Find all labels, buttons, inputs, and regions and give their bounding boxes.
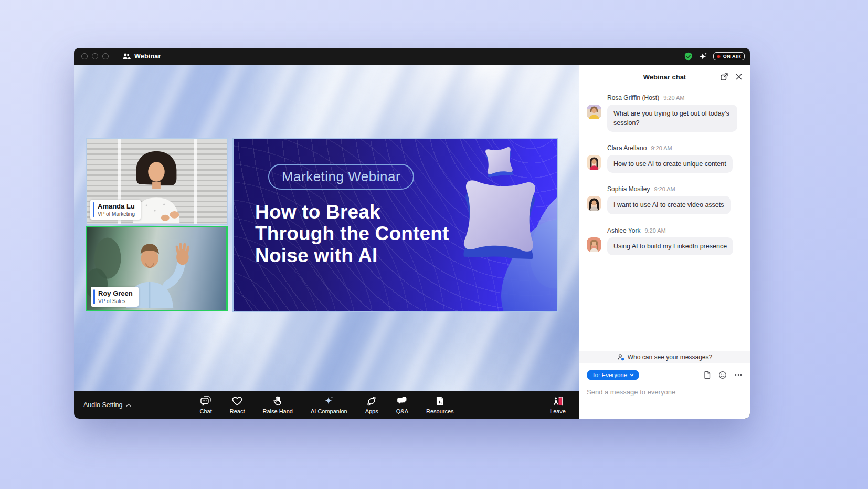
toolbar-button-react[interactable]: React — [230, 396, 245, 414]
speaker-role: VP of Marketing — [98, 211, 135, 217]
message-author: Ashlee York — [607, 227, 640, 234]
close-icon[interactable] — [735, 73, 743, 80]
window-zoom-button[interactable] — [102, 53, 109, 59]
toolbar-button-chat[interactable]: Chat — [199, 396, 211, 414]
avatar-rosa-griffin — [587, 105, 601, 119]
window-minimize-button[interactable] — [92, 53, 98, 59]
chat-privacy-note[interactable]: Who can see your messages? — [579, 351, 750, 363]
avatar-sophia-mosiley — [587, 196, 601, 211]
avatar-clara-arellano — [587, 155, 601, 170]
webinar-stage: Amanda Lu VP of Marketing — [74, 65, 579, 419]
chat-message-list: Rosa Griffin (Host) 9:20 AM What are you… — [579, 89, 750, 351]
meeting-toolbar: Audio Setting — [74, 391, 579, 419]
app-title-label: Webinar — [134, 53, 161, 60]
on-air-label: ON AIR — [723, 54, 741, 59]
file-icon[interactable] — [703, 371, 711, 379]
leave-button-label: Leave — [550, 408, 566, 414]
slide-decor-star-icon — [482, 144, 516, 178]
chat-message: Rosa Griffin (Host) 9:20 AM What are you… — [587, 94, 742, 132]
toolbar-button-label: Q&A — [396, 408, 408, 414]
message-bubble: Using AI to build my LinkedIn presence — [607, 237, 733, 255]
more-icon[interactable] — [734, 371, 743, 379]
chat-message-input[interactable] — [587, 388, 734, 396]
window-close-button[interactable] — [81, 53, 88, 59]
emoji-icon[interactable] — [718, 371, 727, 379]
audio-setting-label: Audio Setting — [83, 401, 122, 409]
speaker-video-roy[interactable]: Roy Green VP of Sales — [86, 226, 228, 311]
slide-title-line: How to Break — [255, 201, 449, 223]
chevron-up-icon — [126, 403, 131, 407]
toolbar-button-raise-hand[interactable]: Raise Hand — [262, 396, 292, 414]
toolbar-button-apps[interactable]: Apps — [365, 396, 378, 414]
titlebar: Webinar ON AIR — [74, 48, 750, 65]
desktop-background: Webinar ON AIR — [0, 0, 868, 489]
toolbar-button-label: React — [230, 408, 245, 414]
shared-slide: Marketing Webinar How to Break Through t… — [232, 138, 558, 312]
message-bubble: What are you trying to get out of today’… — [607, 105, 737, 132]
on-air-dot-icon — [717, 55, 721, 58]
chat-composer: To: Everyone — [579, 363, 750, 419]
window-controls — [81, 53, 109, 59]
participants-icon — [122, 52, 131, 60]
toolbar-button-label: AI Companion — [311, 408, 347, 414]
recipient-selector-label: To: Everyone — [592, 372, 627, 378]
slide-title: How to Break Through the Content Noise w… — [255, 201, 449, 266]
name-tag-accent — [93, 202, 94, 217]
security-shield-icon[interactable] — [684, 52, 693, 61]
chat-message: Ashlee York 9:20 AM Using AI to — [587, 227, 742, 255]
toolbar-button-label: Chat — [199, 408, 211, 414]
slide-title-line: Noise with AI — [255, 245, 449, 266]
toolbar-button-label: Raise Hand — [262, 408, 292, 414]
chat-footer: Who can see your messages? To: Everyone — [579, 351, 750, 419]
avatar-ashlee-york — [587, 237, 601, 252]
toolbar-button-ai-companion[interactable]: AI Companion — [311, 396, 347, 414]
message-bubble: I want to use AI to create video assets — [607, 196, 731, 214]
speaker-name: Amanda Lu — [98, 202, 135, 210]
qa-bubbles-icon — [396, 396, 408, 407]
slide-title-line: Through the Content — [255, 223, 449, 244]
toolbar-button-label: Resources — [426, 408, 454, 414]
message-author: Rosa Griffin (Host) — [607, 94, 659, 101]
ai-sparkle-icon — [323, 396, 335, 407]
apps-icon — [366, 396, 377, 407]
leave-button[interactable]: Leave — [550, 391, 566, 419]
message-author: Clara Arellano — [607, 144, 647, 152]
speaker-video-amanda[interactable]: Amanda Lu VP of Marketing — [86, 138, 228, 225]
name-tag-accent — [93, 289, 95, 304]
toolbar-button-qa[interactable]: Q&A — [396, 396, 408, 414]
speaker-role: VP of Sales — [98, 298, 133, 304]
toolbar-button-resources[interactable]: Resources — [426, 396, 454, 414]
chevron-down-icon — [630, 373, 634, 377]
privacy-person-icon — [617, 353, 624, 361]
message-time: 9:20 AM — [651, 145, 672, 151]
chat-message: Clara Arellano 9:20 AM How to use AI to … — [587, 144, 742, 173]
webinar-window: Webinar ON AIR — [74, 48, 750, 419]
chat-bubble-icon — [200, 396, 211, 407]
toolbar-button-label: Apps — [365, 408, 378, 414]
slide-badge: Marketing Webinar — [268, 164, 414, 190]
webinar-chat-panel: Webinar chat Rosa Griff — [579, 65, 750, 419]
ai-sparkle-icon[interactable] — [698, 52, 707, 61]
leave-door-icon — [552, 396, 564, 407]
app-title: Webinar — [122, 52, 161, 60]
raised-hand-icon — [272, 396, 283, 407]
heart-icon — [231, 396, 243, 407]
message-bubble: How to use AI to create unique content — [607, 155, 733, 173]
recipient-selector[interactable]: To: Everyone — [587, 370, 639, 380]
popout-icon[interactable] — [720, 72, 728, 81]
document-sparkle-icon — [434, 396, 446, 407]
chat-header: Webinar chat — [579, 65, 750, 89]
on-air-badge: ON AIR — [713, 52, 745, 60]
chat-panel-title: Webinar chat — [643, 73, 686, 81]
message-time: 9:20 AM — [654, 186, 675, 192]
name-tag-roy: Roy Green VP of Sales — [91, 287, 139, 307]
name-tag-amanda: Amanda Lu VP of Marketing — [90, 200, 141, 220]
speaker-name: Roy Green — [98, 289, 133, 297]
audio-setting-button[interactable]: Audio Setting — [83, 391, 131, 419]
chat-message: Sophia Mosiley 9:20 AM I want to use AI … — [587, 185, 742, 214]
slide-decor-star-icon — [456, 172, 543, 259]
message-time: 9:20 AM — [663, 95, 684, 101]
message-author: Sophia Mosiley — [607, 185, 650, 193]
privacy-note-label: Who can see your messages? — [628, 353, 712, 361]
message-time: 9:20 AM — [644, 227, 665, 234]
